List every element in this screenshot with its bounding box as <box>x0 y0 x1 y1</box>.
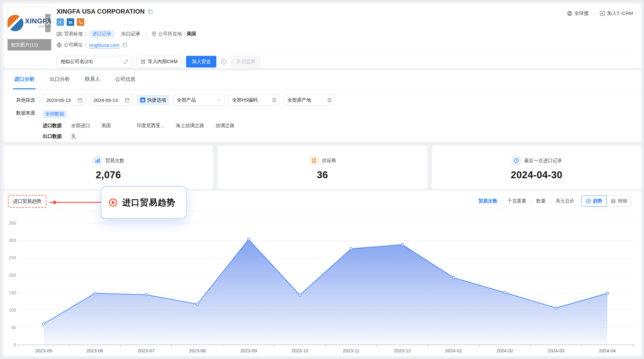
product-select[interactable]: 全部产品 <box>173 95 225 105</box>
join-tcrm-link[interactable]: 加入T–CRM <box>600 10 633 16</box>
document-icon <box>328 98 332 103</box>
export-data-label: 出口数据 <box>43 133 62 139</box>
tab-contacts[interactable]: 联系人 <box>85 76 100 89</box>
detail-view-button[interactable]: 明细 <box>607 196 632 207</box>
header-quick-links: 全球搜 | 加入T–CRM <box>567 10 633 16</box>
import-to-crm-button[interactable]: 导入内部CRM <box>137 56 182 68</box>
image-next-arrow[interactable] <box>45 14 51 32</box>
copy-icon <box>148 9 153 14</box>
stat-card-trade-count: 贸易次数 2,076 <box>3 145 213 189</box>
tab-import-analysis[interactable]: 进口分析 <box>14 76 34 89</box>
svg-text:2023-12: 2023-12 <box>394 348 411 353</box>
company-image-thumbnail[interactable]: XINGFA GROUP 相关图片(11) <box>7 6 51 51</box>
tag-export-records[interactable]: 出口记录 <box>121 31 140 37</box>
annotation-connector-line <box>50 202 105 203</box>
svg-text:2024-04: 2024-04 <box>599 348 616 353</box>
svg-text:200: 200 <box>9 273 16 278</box>
trend-area-chart[interactable]: 0501001502002503003502023-052023-062023-… <box>3 209 641 356</box>
stat-label: 最近一次进口记录 <box>524 158 562 164</box>
trade-tags-label: 贸易标签： <box>64 31 88 37</box>
globe-icon <box>567 11 572 16</box>
svg-text:350: 350 <box>9 221 16 226</box>
svg-text:2024-02: 2024-02 <box>497 348 513 353</box>
import-icon <box>141 59 146 64</box>
import-trend-card: 进口贸易趋势 进口贸易趋势 贸易次数 | 千克重量 | 数量 | 美元总价 趋势… <box>3 191 641 356</box>
copy-website-button[interactable] <box>123 43 127 47</box>
calendar-icon <box>78 98 82 103</box>
tab-company-info[interactable]: 公司信息 <box>115 76 135 89</box>
website-icon[interactable]: e <box>57 18 64 26</box>
import-source-usa[interactable]: 美国 <box>101 123 111 129</box>
stat-card-suppliers: 供应商 36 <box>218 145 427 189</box>
info-icon[interactable] <box>221 59 226 65</box>
trade-tag-icon <box>57 32 62 37</box>
clock-icon <box>511 156 521 166</box>
end-date-picker[interactable]: 2024-05-13 <box>90 95 133 105</box>
add-radar-button[interactable]: 加入雷达 <box>186 56 216 68</box>
linkedin-icon[interactable]: in <box>67 18 74 26</box>
svg-text:2023-05: 2023-05 <box>35 348 52 353</box>
chart-section-title: 进口贸易趋势 <box>8 195 46 208</box>
trade-tags-row: 贸易标签： 进口记录 出口记录 | 公司所在地： 美国 <box>57 30 641 38</box>
start-monitoring-button[interactable]: 开启监测 <box>231 56 261 68</box>
quick-options-button[interactable]: ▦ 快捷选项 <box>137 95 169 105</box>
related-images-label[interactable]: 相关图片(11) <box>8 39 51 50</box>
location-label: 公司所在地： <box>158 31 187 37</box>
import-data-label: 进口数据 <box>43 123 62 129</box>
tab-bar: 进口分析 出口分析 联系人 公司信息 <box>3 70 641 90</box>
import-source-silk-road[interactable]: 丝绸之路 <box>216 123 235 129</box>
company-logo-image: XINGFA GROUP <box>8 6 51 40</box>
svg-text:2023-08: 2023-08 <box>189 348 206 353</box>
stat-label: 供应商 <box>322 158 336 164</box>
table-icon <box>611 199 616 203</box>
xingfa-logo-mark <box>7 15 23 31</box>
data-source-all-data[interactable]: 全部数据 <box>43 110 67 118</box>
similar-companies-button[interactable]: 相似公司名(23) <box>57 56 132 68</box>
import-source-maritime-silk-road[interactable]: 海上丝绸之路 <box>176 123 204 129</box>
metric-trade-count[interactable]: 贸易次数 <box>478 198 497 204</box>
stat-card-latest-import: 最近一次进口记录 2024-04-30 <box>432 145 641 189</box>
quick-options-icon: ▦ <box>140 97 145 103</box>
calendar-icon <box>125 98 129 103</box>
origin-filter[interactable]: 全部原产地 <box>284 95 335 105</box>
svg-text:2024-01: 2024-01 <box>445 348 462 353</box>
svg-text:2023-10: 2023-10 <box>292 348 308 353</box>
stat-value: 2,076 <box>96 169 121 181</box>
export-data-row: 出口数据 无 <box>43 133 641 139</box>
stat-value: 2024-04-30 <box>511 169 563 181</box>
location-value: 美国 <box>187 31 196 37</box>
metric-kg-weight[interactable]: 千克重量 <box>507 198 526 204</box>
svg-text:2023-07: 2023-07 <box>138 348 154 353</box>
svg-text:2023-11: 2023-11 <box>343 348 359 353</box>
filter-row: 其他筛选 2023-05-13 2024-05-13 ▦ 快捷选项 全部产品 全… <box>16 95 641 105</box>
svg-text:150: 150 <box>9 290 16 295</box>
data-source-label: 数据来源 <box>16 110 43 116</box>
website-label: 公司网址： <box>64 42 87 48</box>
shop-icon <box>309 156 319 166</box>
start-date-picker[interactable]: 2023-05-13 <box>43 95 86 105</box>
import-source-indonesia[interactable]: 印度尼西亚... <box>137 123 165 129</box>
chart-controls: 贸易次数 | 千克重量 | 数量 | 美元总价 趋势 明细 <box>478 196 632 207</box>
hs-code-filter[interactable]: 全部HS编码 <box>229 95 280 105</box>
svg-text:0: 0 <box>14 342 16 347</box>
metric-quantity[interactable]: 数量 <box>536 198 546 204</box>
company-name: XINGFA USA CORPORATION <box>57 8 145 15</box>
trend-view-button[interactable]: 趋势 <box>581 196 607 207</box>
metric-usd-total[interactable]: 美元总价 <box>556 198 575 204</box>
copy-icon <box>123 43 127 47</box>
callout-text: 进口贸易趋势 <box>122 197 175 208</box>
website-link[interactable]: xingfausa.com <box>89 42 119 48</box>
chevron-down-icon <box>217 99 221 101</box>
tab-export-analysis[interactable]: 出口分析 <box>50 76 70 89</box>
phone-icon[interactable] <box>77 18 84 26</box>
other-filters-label: 其他筛选 <box>16 97 35 103</box>
stat-label: 贸易次数 <box>105 158 124 164</box>
copy-company-name-button[interactable] <box>148 9 153 14</box>
import-data-row: 进口数据 全部进口 美国 印度尼西亚... 海上丝绸之路 丝绸之路 <box>43 123 641 129</box>
trend-icon <box>586 199 591 203</box>
view-toggle-group: 趋势 明细 <box>581 196 632 207</box>
import-source-all[interactable]: 全部进口 <box>71 123 90 129</box>
tag-import-records[interactable]: 进口记录 <box>89 30 114 38</box>
global-search-link[interactable]: 全球搜 <box>567 10 588 16</box>
export-data-value: 无 <box>71 133 76 139</box>
